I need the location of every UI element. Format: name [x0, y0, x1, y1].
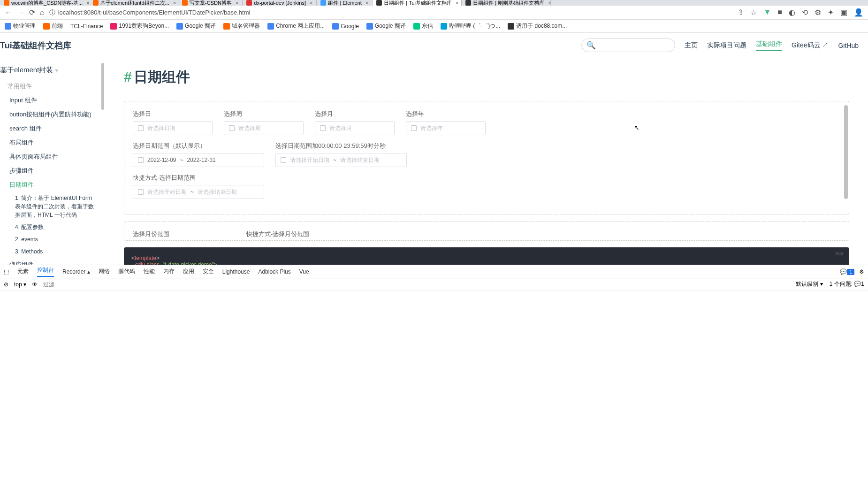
sidebar-item-steps[interactable]: 步骤组件 [0, 164, 105, 178]
level-selector[interactable]: 默认级别 ▾ [796, 280, 822, 288]
sidebar-sub-config[interactable]: 4. 配置参数 [0, 221, 105, 233]
date-range-shortcut[interactable]: 请选择开始日期~请选择结束日期 [133, 185, 264, 199]
bookmark-item[interactable]: Google 翻译 [366, 22, 406, 30]
sidebar-group[interactable]: 基于element封装 ▾ [0, 63, 105, 79]
date-picker-month[interactable]: 请选择月 [315, 121, 395, 135]
console-output[interactable] [0, 291, 868, 482]
dt-tab-elements[interactable]: 元素 [17, 268, 29, 275]
tab-1[interactable]: wocwin的博客_CSDN博客-基...× [0, 0, 89, 6]
bookmark-item[interactable]: Chrome 网上应用... [267, 22, 325, 30]
dt-tab-vue[interactable]: Vue [299, 268, 309, 275]
context-selector[interactable]: top ▾ [14, 281, 26, 288]
tab-7[interactable]: 日期组件 | 则则基础组件文档库× [462, 0, 551, 6]
bookmark-item[interactable]: Google [332, 23, 359, 30]
filter-input[interactable] [43, 281, 114, 288]
demo-box-month: 选择月份范围 快捷方式-选择月份范围 [124, 221, 849, 241]
tab-5[interactable]: 组件 | Element× [317, 0, 373, 6]
label-shortcut: 快捷方式-选择日期范围 [133, 174, 264, 182]
demo-scrollbar[interactable] [844, 105, 848, 199]
share-icon[interactable]: ⇪ [738, 8, 744, 17]
nav-issues[interactable]: 实际项目问题 [707, 41, 746, 50]
clear-console-icon[interactable]: ⊘ [4, 281, 8, 288]
dt-tab-security[interactable]: 安全 [203, 268, 214, 275]
sidebar-item-search[interactable]: search 组件 [0, 122, 105, 136]
calendar-icon [138, 189, 144, 195]
ext-icon[interactable]: ■ [777, 8, 782, 17]
close-icon[interactable]: × [456, 0, 458, 6]
sidebar-item-button[interactable]: button按钮组件(内置防抖功能) [0, 107, 105, 122]
eye-icon[interactable]: 👁 [32, 281, 38, 288]
messages-icon[interactable]: 💬1 [840, 268, 854, 275]
dt-tab-memory[interactable]: 内存 [163, 268, 175, 275]
vue-icon[interactable]: ▼ [763, 8, 771, 17]
reload-button[interactable]: ⟳ [29, 8, 35, 17]
nav-github[interactable]: GitHub [838, 42, 859, 49]
close-icon[interactable]: × [365, 0, 368, 6]
dt-tab-recorder[interactable]: Recorder ▴ [62, 268, 90, 275]
bookmark-item[interactable]: 东信 [413, 22, 433, 30]
logo[interactable]: Tui基础组件文档库 [0, 40, 71, 51]
inspect-icon[interactable]: ⬚ [4, 268, 9, 275]
bookmark-item[interactable]: 前端 [43, 22, 63, 30]
search-input[interactable]: 🔍 [581, 38, 675, 52]
star-icon[interactable]: ☆ [750, 8, 757, 17]
close-icon[interactable]: × [173, 0, 176, 6]
dt-tab-sources[interactable]: 源代码 [118, 268, 135, 275]
sidebar-item-date[interactable]: 日期组件 [0, 178, 105, 192]
nav-home[interactable]: 主页 [685, 41, 698, 50]
dt-tab-application[interactable]: 应用 [183, 268, 194, 275]
bookmark-item[interactable]: 适用于 doc88.com... [508, 22, 567, 30]
sidebar-item-dialog[interactable]: 弹窗组件 [0, 258, 105, 265]
extensions-icon[interactable]: ✦ [828, 8, 834, 17]
ext-icon-4[interactable]: ⚙ [815, 8, 821, 17]
nav-components[interactable]: 基础组件 [756, 40, 782, 51]
bookmark-item[interactable]: 物业管理 [5, 22, 36, 30]
tab-3[interactable]: 写文章-CSDN博客× [178, 0, 243, 6]
dt-tab-performance[interactable]: 性能 [144, 268, 155, 275]
main-content: 基于element封装 ▾ 常用组件 Input 组件 button按钮组件(内… [0, 58, 868, 265]
date-picker-year[interactable]: 请选择年 [406, 121, 486, 135]
dt-tab-network[interactable]: 网络 [99, 268, 110, 275]
sidepanel-icon[interactable]: ▣ [840, 8, 847, 17]
tab-6[interactable]: 日期组件 | Tui基础组件文档库× [373, 0, 462, 6]
sidebar-sub-methods[interactable]: 3. Methods [0, 245, 105, 258]
demo-box-basic: 选择日 请选择日期 选择周 请选择周 选择月 请选择月 选择年 请选择年 [124, 101, 849, 214]
forward-button[interactable]: → [17, 8, 24, 17]
dt-tab-lighthouse[interactable]: Lighthouse [222, 268, 250, 275]
bookmark-item[interactable]: TCL-Finance [70, 23, 103, 30]
avatar-icon[interactable]: 👤 [854, 8, 863, 17]
info-icon[interactable]: ⓘ [49, 8, 55, 17]
date-picker-week[interactable]: 请选择周 [224, 121, 304, 135]
dt-tab-console[interactable]: 控制台 [37, 266, 54, 277]
close-icon[interactable]: × [310, 0, 312, 6]
scrollbar-thumb[interactable] [101, 63, 104, 110]
close-icon[interactable]: × [548, 0, 551, 6]
tab-4[interactable]: dx-portal-dev [Jenkins]× [243, 0, 317, 6]
date-range-picker-time[interactable]: 请选择开始日期~请选择结束日期 [275, 153, 407, 167]
label-monthrange: 选择月份范围 [133, 230, 169, 238]
back-button[interactable]: ← [5, 8, 12, 17]
nav-gitee[interactable]: Gitee码云 ↗ [792, 41, 829, 50]
label-month: 选择月 [315, 110, 395, 118]
sidebar-sub-intro[interactable]: 1. 简介：基于 ElementUI Form 表单组件的二次封装，着重于数据层… [0, 192, 105, 221]
sidebar-sub-events[interactable]: 2. events [0, 233, 105, 245]
dt-tab-adblock[interactable]: Adblock Plus [258, 268, 290, 275]
sidebar-item-page-layout[interactable]: 具体页面布局组件 [0, 150, 105, 164]
tab-2[interactable]: 基于element和antd组件二次...× [89, 0, 178, 6]
settings-icon[interactable]: ⚙ [859, 268, 864, 275]
bookmark-item[interactable]: 域名管理器 [223, 22, 260, 30]
ext-icon-3[interactable]: ⟲ [802, 8, 808, 17]
issues-count[interactable]: 1 个问题: 💬1 [830, 280, 864, 288]
sidebar-item-input[interactable]: Input 组件 [0, 93, 105, 107]
home-button[interactable]: ⌂ [40, 8, 45, 17]
bookmark-item[interactable]: 1991黄家驹Beyon... [110, 22, 169, 30]
sidebar-item-layout[interactable]: 布局组件 [0, 136, 105, 150]
bookmark-item[interactable]: Google 翻译 [176, 22, 216, 30]
bookmark-item[interactable]: 哔哩哔哩 (゜-゜)つ... [441, 22, 500, 30]
url-input[interactable]: ⓘ localhost:8080/t-ui/baseComponents/Ele… [49, 8, 251, 17]
close-icon[interactable]: × [236, 0, 238, 6]
date-range-picker[interactable]: 2022-12-09~2022-12-31 [133, 153, 264, 167]
ext-icon-2[interactable]: ◐ [789, 8, 795, 17]
date-picker-day[interactable]: 请选择日期 [133, 121, 213, 135]
hash-icon: # [124, 69, 132, 84]
